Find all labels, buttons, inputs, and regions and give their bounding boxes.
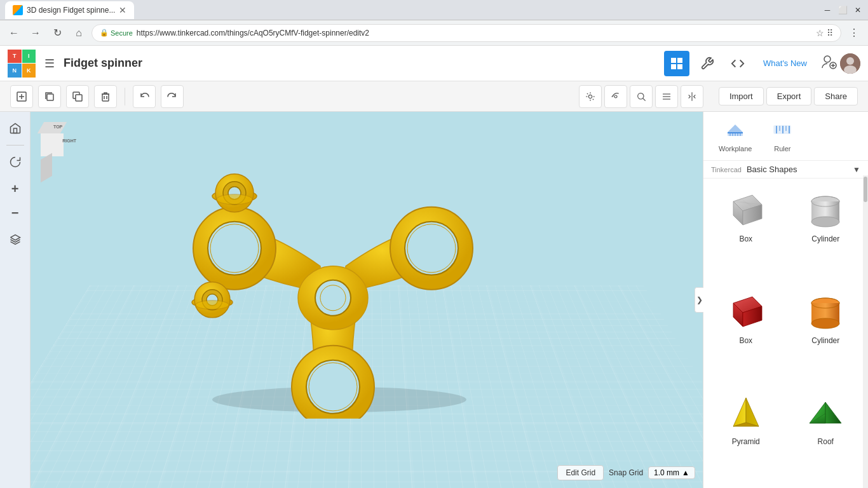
edit-grid-button[interactable]: Edit Grid: [557, 465, 604, 480]
shape-preview-cylinder-orange: [800, 290, 851, 335]
shape-label-cylinder-grey: Cylinder: [811, 234, 839, 243]
svg-point-87: [811, 318, 839, 329]
avatar[interactable]: [840, 53, 860, 74]
snap-grid-label: Snap Grid: [609, 468, 643, 477]
page-title: Fidget spinner: [64, 57, 659, 70]
minimize-button[interactable]: ─: [822, 5, 832, 15]
new-shape-button[interactable]: [10, 85, 33, 108]
shape-item-box-red[interactable]: Box: [709, 285, 783, 382]
forward-button[interactable]: →: [27, 24, 44, 42]
shape-item-cylinder-grey[interactable]: Cylinder: [789, 184, 864, 280]
shape-label-box-grey: Box: [739, 234, 752, 243]
svg-point-45: [407, 224, 456, 273]
scrollbar-thumb[interactable]: [864, 177, 867, 202]
whats-new-button[interactable]: What's New: [756, 56, 815, 71]
tools-button[interactable]: [695, 51, 720, 76]
workplane-button[interactable]: Workplane: [714, 117, 757, 155]
view-cube[interactable]: TOP RIGHT: [41, 122, 85, 166]
svg-point-39: [309, 363, 357, 411]
logo-k: K: [22, 64, 36, 78]
shapes-source: Tinkercad: [711, 166, 742, 173]
main-area: + − TOP RIGHT: [0, 112, 868, 488]
undo-button[interactable]: [133, 85, 156, 108]
zoom-in-button[interactable]: +: [4, 177, 27, 200]
back-button[interactable]: ←: [5, 24, 23, 42]
svg-rect-16: [76, 95, 82, 101]
viewport[interactable]: TOP RIGHT: [31, 112, 703, 488]
extension-button[interactable]: ⋮: [845, 24, 863, 42]
align-button[interactable]: [655, 85, 678, 108]
svg-point-57: [196, 301, 229, 309]
spinner-3d-model: [168, 152, 498, 421]
shape-preview-pyramid-yellow: [721, 391, 771, 436]
svg-point-27: [614, 95, 617, 98]
shape-preview-box-red: [721, 290, 771, 335]
tab-title: 3D design Fidget spinne...: [27, 6, 115, 15]
panel-collapse-button[interactable]: ❯: [695, 287, 703, 313]
whats-new-label: What's New: [763, 58, 807, 68]
rotate-cw-button[interactable]: [4, 151, 27, 173]
shape-item-pyramid-yellow[interactable]: Pyramid: [709, 386, 783, 483]
import-button[interactable]: Import: [719, 87, 764, 105]
browser-titlebar: 3D design Fidget spinne... ✕ ─ ⬜ ✕: [0, 0, 868, 20]
left-toolbar: + −: [0, 112, 31, 488]
lock-icon: 🔒: [100, 29, 109, 37]
tab-favicon: [13, 5, 23, 15]
shape-item-box-grey[interactable]: Box: [709, 184, 783, 280]
panel-scrollbar[interactable]: [863, 175, 868, 488]
reload-button[interactable]: ↻: [48, 24, 66, 42]
snap-grid-value[interactable]: 1.0 mm ▲: [648, 466, 695, 479]
duplicate-button[interactable]: [66, 85, 89, 108]
mirror-button[interactable]: [681, 85, 703, 108]
maximize-button[interactable]: ⬜: [837, 5, 848, 15]
cube-top-label: TOP: [53, 125, 62, 129]
redo-button[interactable]: [161, 85, 184, 108]
cube-front-face: [41, 133, 64, 156]
ruler-button[interactable]: Ruler: [767, 117, 797, 155]
tinkercad-logo: T I N K: [8, 50, 36, 78]
grid-view-button[interactable]: [664, 51, 689, 76]
user-icons: [820, 53, 860, 74]
shape-label-pyramid-yellow: Pyramid: [732, 437, 760, 446]
logo-i: I: [22, 50, 36, 64]
svg-marker-93: [825, 402, 841, 423]
extension-icon[interactable]: ⠿: [827, 28, 833, 38]
code-editor-button[interactable]: [725, 51, 750, 76]
browser-toolbar-right: ⋮: [845, 24, 863, 42]
svg-rect-0: [671, 58, 676, 63]
rotate-view-button[interactable]: [604, 85, 627, 108]
share-button[interactable]: Share: [814, 87, 858, 105]
copy-button[interactable]: [38, 85, 61, 108]
delete-button[interactable]: [94, 85, 117, 108]
browser-tab[interactable]: 3D design Fidget spinne... ✕: [5, 1, 134, 19]
zoom-out-button[interactable]: −: [4, 201, 27, 224]
light-button[interactable]: [579, 85, 602, 108]
svg-point-52: [217, 194, 252, 205]
add-user-button[interactable]: [820, 53, 837, 74]
svg-point-28: [638, 93, 644, 98]
address-bar[interactable]: 🔒 Secure https://www.tinkercad.com/thing…: [92, 24, 841, 42]
svg-rect-2: [671, 64, 676, 69]
cube-view-button[interactable]: [4, 228, 27, 251]
close-button[interactable]: ✕: [853, 5, 863, 15]
zoom-fit-button[interactable]: [630, 85, 653, 108]
shape-item-roof-green[interactable]: Roof: [789, 386, 864, 483]
toolbar-separator: [125, 88, 125, 105]
shapes-chevron-icon[interactable]: ▼: [853, 165, 860, 174]
ruler-label: Ruler: [774, 145, 790, 152]
menu-button[interactable]: ☰: [41, 55, 58, 72]
svg-rect-1: [677, 58, 682, 63]
home-view-button[interactable]: [4, 117, 27, 140]
svg-point-80: [811, 217, 839, 227]
export-button[interactable]: Export: [766, 87, 812, 105]
right-panel: ❯ Workplane: [703, 112, 868, 488]
shape-preview-cylinder-grey: [800, 189, 851, 233]
edit-toolbar: Import Export Share: [0, 81, 868, 112]
shapes-category-select[interactable]: Basic Shapes: [747, 165, 848, 174]
bookmark-icon[interactable]: ☆: [816, 28, 824, 38]
tab-close-button[interactable]: ✕: [119, 5, 126, 15]
shape-preview-box-grey: [721, 189, 771, 233]
svg-rect-3: [677, 64, 682, 69]
shape-item-cylinder-orange[interactable]: Cylinder: [789, 285, 864, 382]
home-button[interactable]: ⌂: [70, 24, 88, 42]
